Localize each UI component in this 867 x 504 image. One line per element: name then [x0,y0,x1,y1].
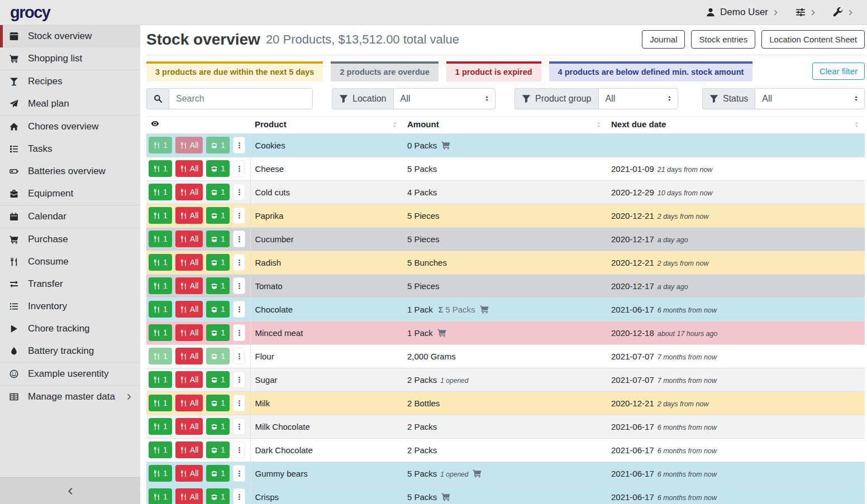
open-one-button[interactable]: 1 [206,395,230,411]
column-header-amount[interactable]: Amount [403,116,607,133]
open-one-button[interactable]: 1 [206,207,230,224]
filter-badge-due[interactable]: 3 products are due within the next 5 day… [146,61,323,81]
sidebar-item-meal-plan[interactable]: Meal plan [0,93,140,115]
consume-all-button[interactable]: All [175,184,203,200]
consume-one-button[interactable]: 1 [149,254,172,271]
sidebar-item-chore-tracking[interactable]: Chore tracking [0,318,140,340]
sidebar-item-battery-tracking[interactable]: Battery tracking [0,340,140,362]
consume-one-button[interactable]: 1 [149,418,172,435]
sidebar-item-batteries-overview[interactable]: Batteries overview [0,160,140,183]
search-input[interactable] [169,88,313,109]
consume-one-button[interactable]: 1 [149,137,172,153]
sidebar-item-chores-overview[interactable]: Chores overview [0,116,140,138]
filter-badge-overdue[interactable]: 2 products are overdue [331,61,438,81]
consume-one-button[interactable]: 1 [149,277,172,294]
consume-one-button[interactable]: 1 [149,324,172,341]
row-menu-button[interactable] [233,441,245,458]
row-menu-button[interactable] [233,277,245,294]
consume-one-button[interactable]: 1 [149,395,172,411]
column-visibility-header[interactable] [146,116,250,133]
open-one-button[interactable]: 1 [206,324,230,341]
open-one-button[interactable]: 1 [206,441,230,458]
open-one-button[interactable]: 1 [206,488,230,504]
row-menu-button[interactable] [233,254,245,271]
consume-all-button[interactable]: All [175,348,203,364]
sidebar-item-recipes[interactable]: Recipes [0,70,140,93]
consume-all-button[interactable]: All [175,418,203,435]
consume-one-button[interactable]: 1 [149,231,172,247]
consume-all-button[interactable]: All [175,207,203,224]
column-header-next-due-date[interactable]: Next due date [607,116,865,133]
row-menu-button[interactable] [233,465,245,482]
open-one-button[interactable]: 1 [206,137,230,153]
open-one-button[interactable]: 1 [206,277,230,294]
consume-all-button[interactable]: All [175,231,203,247]
row-menu-button[interactable] [233,418,245,435]
row-menu-button[interactable] [233,231,245,247]
consume-one-button[interactable]: 1 [149,301,172,318]
consume-all-button[interactable]: All [175,324,203,341]
sidebar-collapse-button[interactable] [0,477,140,504]
row-menu-button[interactable] [233,207,245,224]
consume-all-button[interactable]: All [175,488,203,504]
user-menu[interactable]: Demo User [706,7,779,18]
row-menu-button[interactable] [233,324,245,341]
consume-one-button[interactable]: 1 [149,488,172,504]
consume-all-button[interactable]: All [175,371,203,388]
sidebar-item-transfer[interactable]: Transfer [0,273,140,295]
row-menu-button[interactable] [233,160,245,177]
consume-one-button[interactable]: 1 [149,465,172,482]
consume-one-button[interactable]: 1 [149,207,172,224]
row-menu-button[interactable] [233,488,245,504]
clear-filter-button[interactable]: Clear filter [812,63,865,80]
location-filter-select[interactable]: All [393,88,496,109]
sidebar-item-manage-master-data[interactable]: Manage master data [0,386,140,408]
open-one-button[interactable]: 1 [206,371,230,388]
sidebar-item-consume[interactable]: Consume [0,251,140,273]
location-content-sheet-button[interactable]: Location Content Sheet [761,30,865,49]
sidebar-item-purchase[interactable]: Purchase [0,228,140,251]
consume-all-button[interactable]: All [175,465,203,482]
open-one-button[interactable]: 1 [206,254,230,271]
consume-all-button[interactable]: All [175,395,203,411]
admin-menu[interactable] [833,7,854,17]
open-one-button[interactable]: 1 [206,465,230,482]
row-menu-button[interactable] [233,371,245,388]
sidebar-item-calendar[interactable]: Calendar [0,205,140,228]
consume-all-button[interactable]: All [175,160,203,177]
consume-one-button[interactable]: 1 [149,371,172,388]
consume-one-button[interactable]: 1 [149,160,172,177]
filter-badge-below-min[interactable]: 4 products are below defined min. stock … [549,61,753,81]
sidebar-item-example-userentity[interactable]: Example userentity [0,363,140,385]
row-menu-button[interactable] [233,301,245,318]
sidebar-item-equipment[interactable]: Equipment [0,183,140,205]
app-logo[interactable]: grocy [10,4,50,21]
product-group-filter-select[interactable]: All [598,88,678,109]
sidebar-item-tasks[interactable]: Tasks [0,138,140,160]
open-one-button[interactable]: 1 [206,418,230,435]
filter-badge-expired[interactable]: 1 product is expired [446,61,541,81]
consume-one-button[interactable]: 1 [149,348,172,364]
column-header-product[interactable]: Product [250,116,403,133]
open-one-button[interactable]: 1 [206,160,230,177]
sidebar-item-inventory[interactable]: Inventory [0,295,140,318]
consume-all-button[interactable]: All [175,137,203,153]
stock-entries-button[interactable]: Stock entries [691,30,755,49]
row-menu-button[interactable] [233,348,245,364]
status-filter-select[interactable]: All [755,88,865,109]
consume-one-button[interactable]: 1 [149,441,172,458]
open-one-button[interactable]: 1 [206,184,230,200]
row-menu-button[interactable] [233,395,245,411]
consume-all-button[interactable]: All [175,277,203,294]
open-one-button[interactable]: 1 [206,348,230,364]
open-one-button[interactable]: 1 [206,301,230,318]
row-menu-button[interactable] [233,137,245,153]
consume-all-button[interactable]: All [175,301,203,318]
consume-all-button[interactable]: All [175,441,203,458]
consume-all-button[interactable]: All [175,254,203,271]
open-one-button[interactable]: 1 [206,231,230,247]
sidebar-item-stock-overview[interactable]: Stock overview [0,25,140,47]
journal-button[interactable]: Journal [642,30,685,49]
row-menu-button[interactable] [233,184,245,200]
sidebar-item-shopping-list[interactable]: Shopping list [0,47,140,70]
